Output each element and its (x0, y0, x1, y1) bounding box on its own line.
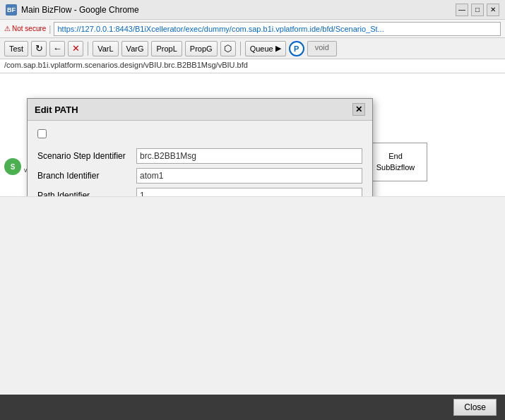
queue-icon: ▶ (275, 44, 281, 53)
path-id-input-cell (136, 186, 362, 197)
varg-button[interactable]: VarG (121, 41, 149, 56)
maximize-button[interactable]: □ (471, 4, 484, 16)
warning-icon: ⚠ (4, 25, 11, 32)
branch-id-label: Branch Identifier (37, 166, 136, 186)
dialog-title: Edit PATH (35, 104, 78, 115)
bottom-close-button[interactable]: Close (453, 399, 497, 416)
end-sub-label: EndSubBizflow (376, 151, 415, 173)
canvas-area: S vBIU.bfd branch ☑ ▼ 🗑 path i ▶ ▼ ✏ 🗑 B… (0, 73, 505, 197)
dialog-header: Edit PATH ✕ (28, 99, 372, 121)
back-button[interactable]: ← (49, 41, 65, 56)
breadcrumb-text: /com.sap.b1i.vplatform.scenarios.design/… (4, 61, 248, 69)
address-bar-area: ⚠ Not secure | (0, 20, 505, 38)
path-id-row: Path Identifier (37, 186, 362, 197)
title-bar-left: BF Main BizFlow - Google Chrome (6, 4, 139, 16)
queue-button[interactable]: Queue ▶ (245, 41, 286, 56)
end-sub-node[interactable]: EndSubBizflow (364, 143, 427, 181)
scenario-step-row: Scenario Step Identifier (37, 146, 362, 166)
branch-id-row: Branch Identifier (37, 166, 362, 186)
stop-button[interactable]: ✕ (68, 41, 83, 56)
varl-button[interactable]: VarL (93, 41, 118, 56)
queue-label: Queue (250, 44, 273, 53)
separator-2 (240, 42, 241, 56)
window-controls: — □ ✕ (456, 4, 499, 16)
minimize-button[interactable]: — (456, 4, 468, 16)
title-bar: BF Main BizFlow - Google Chrome — □ ✕ (0, 0, 505, 20)
close-window-button[interactable]: ✕ (487, 4, 499, 16)
path-id-label: Path Identifier (37, 186, 136, 197)
separator-1 (88, 42, 88, 56)
edit-path-dialog: Edit PATH ✕ Scenario Step Identifier Bra… (27, 98, 373, 197)
branch-id-input-cell (136, 166, 362, 186)
separator: | (49, 24, 51, 34)
refresh-button[interactable]: ↻ (31, 41, 47, 56)
window-title: Main BizFlow - Google Chrome (21, 5, 139, 15)
test-button[interactable]: Test (4, 41, 28, 56)
scenario-step-input[interactable] (136, 148, 362, 164)
scenario-step-label: Scenario Step Identifier (37, 146, 136, 166)
propl-button[interactable]: PropL (151, 41, 182, 56)
dialog-close-button[interactable]: ✕ (352, 103, 365, 116)
expand-button[interactable]: ⬡ (220, 41, 236, 56)
secure-label: Not secure (12, 25, 46, 32)
url-input[interactable] (54, 22, 501, 36)
form-table: Scenario Step Identifier Branch Identifi… (37, 146, 362, 197)
app-icon: BF (6, 4, 17, 16)
checkbox-row (37, 129, 362, 140)
active-checkbox[interactable] (37, 129, 47, 138)
propg-button[interactable]: PropG (185, 41, 218, 56)
void-button[interactable]: void (307, 41, 337, 56)
branch-id-input[interactable] (136, 168, 362, 184)
p-badge: P (289, 41, 304, 56)
bottom-bar: Close (0, 395, 505, 420)
toolbar: Test ↻ ← ✕ VarL VarG PropL PropG ⬡ Queue… (0, 38, 505, 59)
start-node[interactable]: S (4, 158, 21, 175)
path-id-input[interactable] (136, 188, 362, 197)
scenario-step-input-cell (136, 146, 362, 166)
security-badge: ⚠ Not secure (4, 25, 46, 32)
dialog-body: Scenario Step Identifier Branch Identifi… (28, 121, 372, 197)
breadcrumb: /com.sap.b1i.vplatform.scenarios.design/… (0, 59, 505, 73)
